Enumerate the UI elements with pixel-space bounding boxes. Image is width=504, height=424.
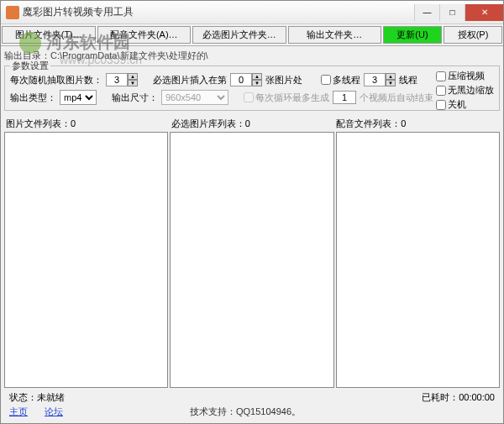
- lists-row: [4, 132, 500, 388]
- tech-support-text: 技术支持：QQ15104946。: [80, 406, 411, 418]
- image-file-listbox[interactable]: [4, 132, 168, 388]
- noblack-check-input[interactable]: [436, 86, 446, 96]
- minimize-button[interactable]: —: [414, 4, 439, 21]
- spinner-buttons: ▲ ▼: [128, 73, 138, 86]
- noblack-checkbox[interactable]: 无黑边缩放: [436, 84, 494, 97]
- loop-limit-checkbox[interactable]: 每次循环最多生成: [244, 92, 329, 104]
- spinner-buttons: ▲ ▼: [252, 73, 262, 86]
- thread-count-spinner[interactable]: ▲ ▼: [364, 73, 396, 86]
- titlebar-left: 魔彩图片转视频专用工具: [1, 5, 134, 19]
- status-left: 状态：未就绪: [9, 391, 65, 404]
- spin-up-icon[interactable]: ▲: [252, 73, 262, 80]
- status-label: 状态：: [9, 392, 37, 402]
- required-image-listbox[interactable]: [170, 132, 333, 388]
- time-value: 00:00:00: [459, 392, 495, 402]
- status-row: 状态：未就绪 已耗时：00:00:00: [4, 388, 500, 404]
- output-size-label: 输出尺寸：: [112, 92, 158, 104]
- update-button[interactable]: 更新(U): [383, 26, 442, 44]
- required-list-header: 必选图片库列表：0: [170, 116, 335, 132]
- app-window: 魔彩图片转视频专用工具 — □ ✕ 图片文件夹(T)… 配音文件夹(A)… 必选…: [0, 0, 504, 424]
- output-type-label: 输出类型：: [10, 92, 56, 104]
- noblack-label: 无黑边缩放: [448, 84, 494, 97]
- thread-count-input[interactable]: [364, 73, 386, 86]
- compress-check-input[interactable]: [436, 71, 446, 81]
- output-folder-button[interactable]: 输出文件夹…: [288, 26, 382, 44]
- output-path-row: 输出目录：C:\ProgramData\新建文件夹\处理好的\: [4, 48, 500, 64]
- home-link[interactable]: 主页: [9, 406, 28, 418]
- toolbar: 图片文件夹(T)… 配音文件夹(A)… 必选图片文件夹… 输出文件夹… 更新(U…: [1, 24, 503, 46]
- status-right: 已耗时：00:00:00: [422, 391, 495, 404]
- content-area: 输出目录：C:\ProgramData\新建文件夹\处理好的\ 参数设置 每次随…: [1, 46, 503, 423]
- titlebar: 魔彩图片转视频专用工具 — □ ✕: [1, 1, 503, 24]
- insert-at-label-b: 张图片处: [265, 74, 302, 86]
- right-options: 压缩视频 无黑边缩放 关机: [436, 70, 494, 111]
- window-controls: — □ ✕: [414, 4, 503, 21]
- image-list-header: 图片文件列表：0: [4, 116, 170, 132]
- random-count-label: 每次随机抽取图片数：: [10, 74, 102, 86]
- required-image-folder-button[interactable]: 必选图片文件夹…: [192, 26, 286, 44]
- output-type-select[interactable]: mp4: [60, 90, 97, 105]
- close-button[interactable]: ✕: [465, 4, 503, 21]
- spinner-buttons: ▲ ▼: [386, 73, 396, 86]
- params-row-1: 每次随机抽取图片数： ▲ ▼ 必选图片插入在第 ▲ ▼: [10, 73, 494, 86]
- multithread-check-input[interactable]: [321, 75, 331, 85]
- image-folder-button[interactable]: 图片文件夹(T)…: [2, 26, 96, 44]
- shutdown-label: 关机: [448, 98, 466, 111]
- params-row-2: 输出类型： mp4 输出尺寸： 960x540 每次循环最多生成 个视频后自动结…: [10, 90, 494, 105]
- audio-folder-button[interactable]: 配音文件夹(A)…: [97, 26, 192, 44]
- random-count-spinner[interactable]: ▲ ▼: [106, 73, 138, 86]
- footer-links: 主页 论坛 技术支持：QQ15104946。: [4, 404, 500, 423]
- app-icon: [6, 6, 19, 19]
- shutdown-checkbox[interactable]: 关机: [436, 98, 494, 111]
- audio-list-header: 配音文件列表：0: [334, 116, 500, 132]
- window-title: 魔彩图片转视频专用工具: [23, 5, 134, 19]
- output-size-select[interactable]: 960x540: [161, 90, 228, 105]
- insert-at-input[interactable]: [230, 73, 252, 86]
- spin-up-icon[interactable]: ▲: [386, 73, 396, 80]
- random-count-input[interactable]: [106, 73, 128, 86]
- params-groupbox: 参数设置 每次随机抽取图片数： ▲ ▼ 必选图片插入在第 ▲ ▼: [4, 65, 500, 111]
- spin-up-icon[interactable]: ▲: [128, 73, 138, 80]
- lists-header: 图片文件列表：0 必选图片库列表：0 配音文件列表：0: [4, 116, 500, 132]
- loop-limit-suffix: 个视频后自动结束: [360, 92, 433, 104]
- shutdown-check-input[interactable]: [436, 100, 446, 110]
- compress-checkbox[interactable]: 压缩视频: [436, 70, 494, 82]
- loop-limit-input[interactable]: [333, 91, 356, 104]
- maximize-button[interactable]: □: [439, 4, 465, 21]
- output-path-value: C:\ProgramData\新建文件夹\处理好的\: [50, 50, 208, 60]
- multithread-checkbox[interactable]: 多线程: [321, 74, 360, 86]
- forum-link[interactable]: 论坛: [45, 406, 63, 418]
- spin-down-icon[interactable]: ▼: [252, 80, 262, 86]
- license-button[interactable]: 授权(P): [444, 26, 502, 44]
- time-label: 已耗时：: [422, 392, 459, 402]
- thread-label: 线程: [399, 74, 417, 86]
- loop-limit-label: 每次循环最多生成: [255, 92, 329, 104]
- audio-file-listbox[interactable]: [336, 132, 500, 388]
- multithread-label: 多线程: [333, 74, 360, 86]
- compress-label: 压缩视频: [448, 70, 485, 82]
- spin-down-icon[interactable]: ▼: [386, 80, 396, 86]
- loop-limit-check-input[interactable]: [244, 92, 254, 102]
- status-value: 未就绪: [37, 392, 65, 402]
- spin-down-icon[interactable]: ▼: [128, 80, 138, 86]
- insert-at-label-a: 必选图片插入在第: [153, 74, 227, 86]
- params-legend: 参数设置: [10, 60, 50, 72]
- insert-at-spinner[interactable]: ▲ ▼: [230, 73, 262, 86]
